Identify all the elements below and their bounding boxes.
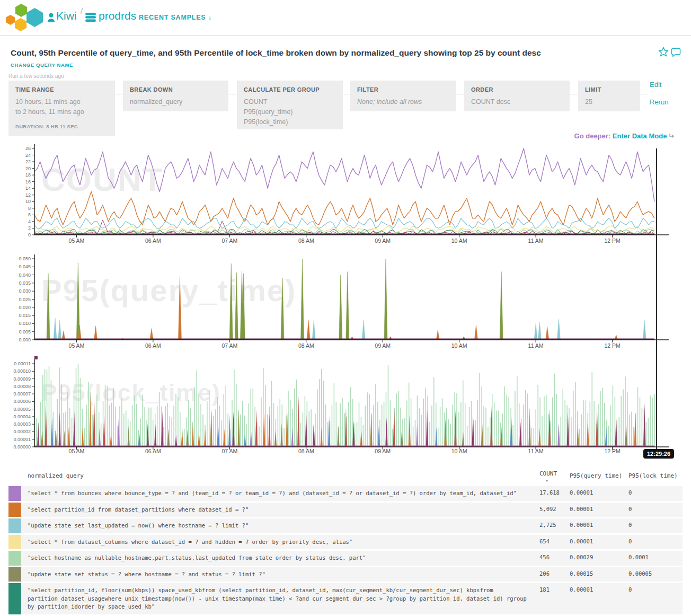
y-tick-label: 26 [25,146,31,151]
p95-lock-time-cell: 0 [628,586,632,593]
calculate-per-group-box[interactable]: CALCULATE PER GROUP COUNT P95(query_time… [237,81,343,129]
x-tick-label: 11 AM [528,342,544,349]
series-color-swatch [8,518,21,533]
spike [339,275,342,340]
limit-box[interactable]: LIMIT 25 [578,81,640,111]
spike [436,330,439,340]
normalized-query-cell: "select * from dataset_columns where dat… [28,535,532,550]
recent-samples-button[interactable]: RECENT SAMPLES ↓ [139,14,212,21]
spike [192,424,194,447]
spike [346,271,349,340]
table-row[interactable]: "select * from dataset_columns where dat… [8,535,683,550]
rerun-link[interactable]: Rerun [650,98,668,106]
series-color-swatch [8,551,21,566]
sort-desc-icon: ▼ [546,479,548,483]
spike [362,320,365,340]
x-tick-label: 08 AM [298,237,314,244]
change-query-name-link[interactable]: CHANGE QUERY NAME [11,62,73,68]
y-tick-label: 0.010 [19,321,31,326]
table-row[interactable]: "update state set last_updated = now() w… [8,518,683,533]
y-tick-label: 16 [25,179,31,184]
table-row[interactable]: "select * from bounces where bounce_type… [8,486,683,501]
table-header: normalized_query COUNT ▼ P95(query_time)… [8,465,683,486]
break-down-box[interactable]: BREAK DOWN normalized_query [123,81,228,111]
col-p95-lock-time[interactable]: P95(lock_time) [628,472,678,479]
break-down-value: normalized_query [130,97,222,107]
y-tick-label: 2 [28,225,31,231]
table-row[interactable]: "update state set status = ? where hostn… [8,567,683,582]
x-tick-label: 05 AM [69,342,85,349]
spike [472,413,474,447]
chart-p95-lock-time[interactable]: P95(lock_time)0.000000.000010.000020.000… [0,353,691,464]
order-box[interactable]: ORDER COUNT desc [464,81,570,111]
p95-query-time-cell: 0.00015 [570,570,593,577]
table-row[interactable]: "select partition_id, floor(sum(kbps)) s… [8,583,683,614]
normalized-query-cell: "select hostname as nullable_hostname,pa… [28,551,532,566]
spike [370,412,372,447]
team-name[interactable]: Kiwi [56,10,77,22]
spike [393,406,395,447]
box-connector [343,94,350,94]
comment-icon[interactable] [671,47,681,57]
down-arrow-icon: ↓ [208,14,212,21]
x-tick-label: 09 AM [375,448,391,454]
series-color-swatch [8,486,21,501]
series-point-marker [34,356,38,359]
y-tick-label: 20 [25,166,31,171]
p95-lock-time-cell: 0 [628,538,632,544]
normalized-query-cell: "select partition_id from dataset_partit… [28,503,532,517]
spike [62,331,65,340]
calc-p95-lock-time: P95(lock_time) [244,117,336,127]
spike [58,320,61,340]
y-tick-label: 0.040 [19,272,31,278]
y-tick-label: 0.050 [19,256,31,261]
x-tick-label: 10 AM [451,342,467,349]
count-cell: 181 [539,586,550,593]
series-color-swatch [8,503,21,517]
app-header: Kiwi / prodrds RECENT SAMPLES ↓ [0,0,691,36]
enter-data-mode-link[interactable]: Go deeper: Enter Data Mode [574,132,675,140]
y-tick-label: 0.000 [19,337,31,342]
col-p95-query-time[interactable]: P95(query_time) [570,472,622,479]
p95-query-time-cell: 0.00001 [570,506,593,512]
dataset-name[interactable]: prodrds [99,10,136,22]
x-tick-label: 05 AM [69,448,85,454]
time-range-box[interactable]: TIME RANGE 10 hours, 11 mins ago to 2 ho… [8,81,115,136]
normalized-query-cell: "update state set status = ? where hostn… [28,567,532,582]
chart-p95-query-time[interactable]: P95(query_time)0.0000.0050.0100.0150.020… [0,249,691,355]
enter-arrow-icon [669,133,675,139]
series-color-swatch [8,583,21,614]
p95-query-time-cell: 0.00001 [570,586,593,593]
x-tick-label: 07 AM [222,342,237,349]
star-icon[interactable] [658,47,669,57]
chart-count[interactable]: COUNT0246810121416182022242605 AM06 AM07… [0,142,691,249]
x-tick-label: 12 PM [604,237,620,244]
dataset-icon [85,13,96,22]
x-tick-label: 09 AM [375,342,391,349]
spike [82,427,84,447]
table-row[interactable]: "select hostname as nullable_hostname,pa… [8,551,683,566]
spike [538,428,541,447]
spike [337,425,339,447]
spike [557,319,560,340]
filter-box[interactable]: FILTER None; include all rows [350,81,456,111]
x-tick-label: 07 AM [222,237,237,244]
col-count[interactable]: COUNT [539,470,557,477]
x-tick-label: 11 AM [528,237,544,244]
spike [312,320,315,340]
spike [244,433,246,447]
spike [320,427,322,447]
edit-link[interactable]: Edit [650,81,661,89]
spike [587,417,589,447]
p95-query-time-cell: 0.00001 [570,522,593,528]
y-tick-label: 0.00007 [13,391,31,397]
spike [474,325,477,340]
table-row[interactable]: "select partition_id from dataset_partit… [8,503,683,517]
series-color-swatch [8,567,21,582]
spike [528,411,530,447]
break-down-label: BREAK DOWN [130,86,222,93]
spike [643,320,646,340]
spike [416,424,418,447]
spike [204,429,206,447]
y-tick-label: 0.00010 [13,368,31,374]
